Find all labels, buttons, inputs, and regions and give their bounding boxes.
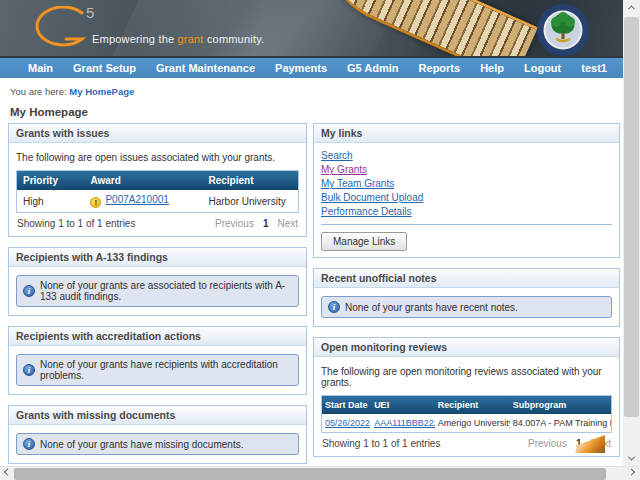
panel-title: Grants with missing documents xyxy=(9,406,306,425)
manage-links-button[interactable]: Manage Links xyxy=(321,232,407,251)
tagline-highlight: grant xyxy=(178,33,204,45)
g5-logo-icon: 5 xyxy=(28,6,100,54)
start-date-cell: 05/26/2022 xyxy=(322,414,371,432)
grants-issues-table: Priority Award Recipient High !P007A2100… xyxy=(17,171,298,212)
panel-title: My links xyxy=(314,124,619,143)
scroll-left-button[interactable] xyxy=(0,466,15,480)
subprogram-cell: 84.007A - PAM Training Program xyxy=(510,414,611,432)
award-cell: !P007A210001 xyxy=(84,190,202,212)
page-number[interactable]: 1 xyxy=(263,218,269,229)
pagination: Previous1Next xyxy=(215,218,298,229)
uei-link[interactable]: AAA111BBB222 xyxy=(374,418,435,428)
info-text: None of your grants have missing documen… xyxy=(40,439,243,450)
panel-title: Grants with issues xyxy=(9,124,306,143)
recipient-cell: Amerigo University xyxy=(435,414,510,432)
table-row: 05/26/2022 AAA111BBB222 Amerigo Universi… xyxy=(322,414,611,432)
table-row: High !P007A210001 Harbor University xyxy=(17,190,298,212)
panel-title: Open monitoring reviews xyxy=(314,338,619,357)
recipient-cell: Harbor University xyxy=(202,190,298,212)
info-message: i None of your grants have recipients wi… xyxy=(16,354,299,386)
panel-title: Recipients with A-133 findings xyxy=(9,248,306,267)
tagline-suffix: community. xyxy=(204,33,265,45)
previous-button[interactable]: Previous xyxy=(215,218,254,229)
info-message: i None of your grants have recent notes. xyxy=(321,296,612,318)
ed-seal-icon xyxy=(536,3,590,57)
showing-entries: Showing 1 to 1 of 1 entries xyxy=(17,218,135,229)
info-icon: i xyxy=(328,301,340,313)
link-performance-details[interactable]: Performance Details xyxy=(321,206,612,217)
link-my-team-grants[interactable]: My Team Grants xyxy=(321,178,612,189)
info-icon: i xyxy=(23,364,35,376)
scroll-up-button[interactable] xyxy=(624,0,639,15)
next-button[interactable]: Next xyxy=(277,218,298,229)
showing-entries: Showing 1 to 1 of 1 entries xyxy=(322,438,440,449)
my-links-list: Search My Grants My Team Grants Bulk Doc… xyxy=(321,150,612,217)
chevron-right-icon xyxy=(628,469,635,476)
col-start-date: Start Date xyxy=(322,396,371,414)
nav-reports[interactable]: Reports xyxy=(409,62,471,74)
chevron-up-icon xyxy=(628,5,635,12)
previous-button[interactable]: Previous xyxy=(528,438,567,449)
col-award: Award xyxy=(84,171,202,190)
panel-monitoring-reviews: Open monitoring reviews The following ar… xyxy=(313,337,620,457)
vertical-scrollbar[interactable] xyxy=(623,0,640,466)
horizontal-scroll-thumb[interactable] xyxy=(14,468,606,480)
col-recipient: Recipient xyxy=(202,171,298,190)
nav-main[interactable]: Main xyxy=(18,62,63,74)
panel-title: Recipients with accreditation actions xyxy=(9,327,306,346)
app-viewport: 5 Empowering the grant community. xyxy=(0,0,640,480)
nav-username[interactable]: test1 xyxy=(571,62,617,74)
panel-accreditation-actions: Recipients with accreditation actions i … xyxy=(8,326,307,395)
panel-description: The following are open issues associated… xyxy=(16,152,299,163)
tagline: Empowering the grant community. xyxy=(92,33,264,45)
info-text: None of your grants have recipients with… xyxy=(40,359,292,381)
col-uei: UEI xyxy=(371,396,435,414)
chevron-left-icon xyxy=(4,469,11,476)
nav-help[interactable]: Help xyxy=(470,62,514,74)
monitoring-table: Start Date UEI Recipient Subprogram 05/2… xyxy=(322,396,611,432)
left-column: Grants with issues The following are ope… xyxy=(8,123,307,467)
page-title: My Homepage xyxy=(10,106,623,118)
uei-cell: AAA111BBB222 xyxy=(371,414,435,432)
info-message: i None of your grants have missing docum… xyxy=(16,433,299,455)
panel-missing-documents: Grants with missing documents i None of … xyxy=(8,405,307,464)
nav-grant-setup[interactable]: Grant Setup xyxy=(63,62,146,74)
start-date-link[interactable]: 05/26/2022 xyxy=(325,418,370,428)
info-icon: i xyxy=(23,438,35,450)
link-my-grants[interactable]: My Grants xyxy=(321,164,612,175)
col-priority: Priority xyxy=(17,171,84,190)
divider xyxy=(321,224,612,225)
main-nav: Main Grant Setup Grant Maintenance Payme… xyxy=(0,58,623,78)
panel-my-links: My links Search My Grants My Team Grants… xyxy=(313,123,620,258)
breadcrumb-link[interactable]: My HomePage xyxy=(69,86,134,97)
col-subprogram: Subprogram xyxy=(510,396,611,414)
nav-grant-maintenance[interactable]: Grant Maintenance xyxy=(146,62,265,74)
breadcrumb: You are here: My HomePage xyxy=(10,86,623,97)
warning-icon: ! xyxy=(90,197,101,208)
vertical-scroll-thumb[interactable] xyxy=(624,17,639,417)
award-link[interactable]: P007A210001 xyxy=(105,194,168,205)
horizontal-scrollbar[interactable] xyxy=(0,466,640,480)
panel-grants-with-issues: Grants with issues The following are ope… xyxy=(8,123,307,237)
panel-recent-notes: Recent unofficial notes i None of your g… xyxy=(313,268,620,327)
nav-payments[interactable]: Payments xyxy=(265,62,337,74)
chevron-down-icon xyxy=(628,454,635,461)
scroll-down-button[interactable] xyxy=(624,451,639,466)
info-message: i None of your grants are associated to … xyxy=(16,275,299,307)
breadcrumb-prefix: You are here: xyxy=(10,86,69,97)
priority-cell: High xyxy=(17,190,84,212)
nav-logout[interactable]: Logout xyxy=(514,62,571,74)
info-text: None of your grants have recent notes. xyxy=(345,302,518,313)
link-search[interactable]: Search xyxy=(321,150,612,161)
info-text: None of your grants are associated to re… xyxy=(40,280,292,302)
g5-logo-five: 5 xyxy=(86,4,94,21)
scroll-right-button[interactable] xyxy=(624,466,639,480)
col-recipient: Recipient xyxy=(435,396,510,414)
content-columns: Grants with issues The following are ope… xyxy=(8,123,623,467)
panel-title: Recent unofficial notes xyxy=(314,269,619,288)
info-icon: i xyxy=(23,285,35,297)
tagline-prefix: Empowering the xyxy=(92,33,178,45)
nav-g5-admin[interactable]: G5 Admin xyxy=(337,62,409,74)
panel-a133-findings: Recipients with A-133 findings i None of… xyxy=(8,247,307,316)
link-bulk-document-upload[interactable]: Bulk Document Upload xyxy=(321,192,612,203)
